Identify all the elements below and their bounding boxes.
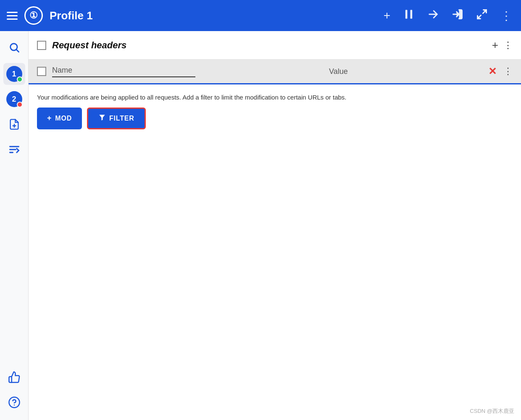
row-more-button[interactable]: ⋮ (503, 66, 513, 77)
section-title: Request headers (52, 40, 492, 51)
sidebar-item-profile-2[interactable]: 2 (3, 88, 25, 110)
sidebar-item-help[interactable] (3, 391, 25, 413)
share-button[interactable] (426, 7, 441, 24)
table-header-actions: ✕ ⋮ (488, 66, 513, 77)
sidebar: 1 2 (0, 31, 29, 420)
section-more-button[interactable]: ⋮ (503, 40, 513, 51)
more-menu-button[interactable]: ⋮ (499, 7, 514, 24)
expand-button[interactable] (474, 7, 489, 24)
svg-rect-0 (405, 10, 408, 19)
sidebar-item-sort[interactable] (3, 139, 25, 160)
col-value-header: Value (195, 67, 482, 76)
plus-icon: + (47, 114, 52, 123)
header: ① Profile 1 + ⋮ (0, 0, 521, 31)
filter-funnel-icon (98, 114, 106, 123)
add-button[interactable]: + (382, 7, 392, 24)
sort-icon (8, 144, 20, 155)
main-container: 1 2 (0, 31, 521, 420)
thumbsup-icon (8, 371, 21, 383)
sidebar-item-new-document[interactable] (3, 113, 25, 135)
add-mod-button[interactable]: + MOD (37, 108, 82, 129)
profile-1-active-badge (17, 76, 23, 82)
svg-marker-10 (99, 115, 105, 121)
section-add-button[interactable]: + (492, 39, 498, 52)
content-area: Request headers + ⋮ Name Value ✕ ⋮ Your … (29, 31, 521, 420)
table-header-row: Name Value ✕ ⋮ (29, 60, 521, 84)
sidebar-item-profile-1[interactable]: 1 (3, 63, 25, 85)
profile-2-error-badge (17, 102, 23, 108)
svg-rect-1 (410, 10, 413, 19)
signin-button[interactable] (450, 7, 465, 24)
table-header-checkbox[interactable] (37, 67, 46, 76)
header-title: Profile 1 (50, 9, 375, 22)
add-filter-button[interactable]: FILTER (87, 108, 146, 129)
new-document-icon (8, 118, 20, 130)
delete-row-button[interactable]: ✕ (488, 66, 497, 77)
watermark: CSDN @西木鹿亚 (470, 407, 514, 415)
section-header: Request headers + ⋮ (29, 31, 521, 60)
help-icon (8, 396, 21, 409)
filter-label: FILTER (109, 115, 134, 122)
search-icon (8, 42, 20, 56)
mod-label: MOD (55, 115, 72, 122)
sidebar-item-search[interactable] (3, 38, 25, 60)
action-buttons: + MOD FILTER (29, 108, 521, 138)
section-checkbox[interactable] (37, 41, 46, 50)
profile-circle-icon: ① (24, 6, 43, 25)
info-message: Your modifications are being applied to … (29, 84, 521, 108)
sidebar-item-thumbsup[interactable] (3, 366, 25, 388)
menu-icon[interactable] (7, 12, 18, 20)
pause-button[interactable] (401, 7, 416, 24)
header-actions: + ⋮ (382, 7, 514, 24)
col-name-header: Name (52, 66, 195, 77)
